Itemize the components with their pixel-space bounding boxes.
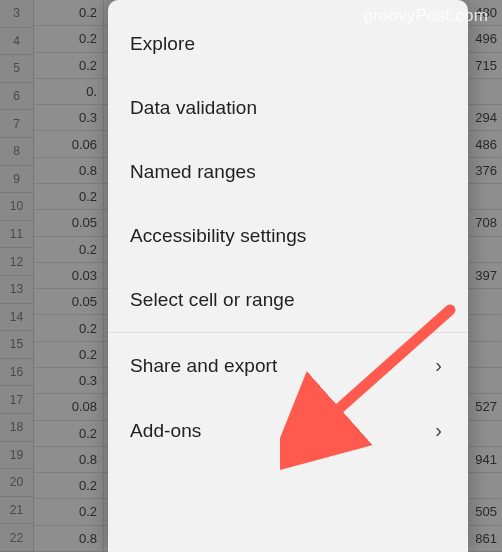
menu-item-data-validation[interactable]: Data validation <box>108 76 468 140</box>
menu-item-label: Accessibility settings <box>130 225 306 247</box>
menu-item-add-ons[interactable]: Add-ons › <box>108 398 468 463</box>
chevron-right-icon: › <box>435 419 444 442</box>
menu-item-select-cell-or-range[interactable]: Select cell or range <box>108 268 468 332</box>
menu-item-label: Named ranges <box>130 161 256 183</box>
chevron-right-icon: › <box>435 354 444 377</box>
menu-item-share-and-export[interactable]: Share and export › <box>108 333 468 398</box>
menu-item-label: Select cell or range <box>130 289 295 311</box>
tools-menu-panel: Explore Data validation Named ranges Acc… <box>108 0 468 552</box>
menu-item-label: Add-ons <box>130 420 201 442</box>
menu-item-label: Share and export <box>130 355 277 377</box>
menu-item-label: Explore <box>130 33 195 55</box>
menu-item-named-ranges[interactable]: Named ranges <box>108 140 468 204</box>
menu-item-label: Data validation <box>130 97 257 119</box>
watermark-text: groovyPost.com <box>363 6 488 26</box>
menu-item-accessibility-settings[interactable]: Accessibility settings <box>108 204 468 268</box>
